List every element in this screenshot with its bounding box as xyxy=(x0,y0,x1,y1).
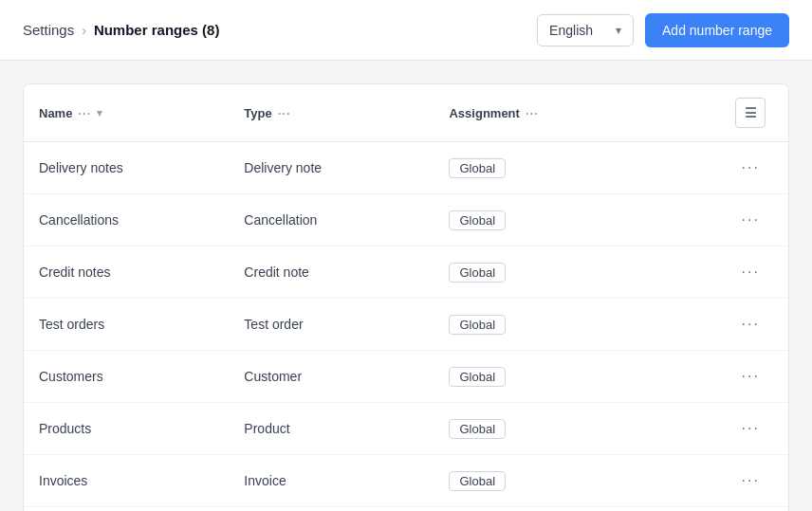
table-row[interactable]: Invoices Invoice Global ··· xyxy=(24,455,788,507)
row-assignment: Global xyxy=(434,142,712,194)
column-name-options-icon: ··· xyxy=(78,106,91,120)
row-name: Products xyxy=(24,403,229,455)
row-assignment: Global xyxy=(434,351,712,403)
row-actions: ··· xyxy=(712,299,788,351)
assignment-badge: Global xyxy=(449,471,506,491)
breadcrumb-settings[interactable]: Settings xyxy=(23,22,74,38)
assignment-badge: Global xyxy=(449,210,506,230)
row-actions: ··· xyxy=(712,142,788,194)
row-actions: ··· xyxy=(712,455,788,507)
column-header-assignment[interactable]: Assignment ··· xyxy=(434,84,712,142)
table-row[interactable]: Cancellations Cancellation Global ··· xyxy=(24,194,788,246)
assignment-badge: Global xyxy=(449,263,506,283)
row-assignment: Global xyxy=(434,299,712,351)
language-selector[interactable]: English ▾ xyxy=(537,14,634,46)
breadcrumb-chevron-icon: › xyxy=(82,23,86,38)
column-name-label: Name xyxy=(39,106,72,120)
column-header-type[interactable]: Type ··· xyxy=(229,84,434,142)
row-type: Customer xyxy=(229,351,434,403)
row-name: Test orders xyxy=(24,299,229,351)
column-assignment-options-icon: ··· xyxy=(526,106,539,120)
row-name: Cancellations xyxy=(24,194,229,246)
row-type: Cancellation xyxy=(229,194,434,246)
add-number-range-button[interactable]: Add number range xyxy=(645,13,789,47)
assignment-badge: Global xyxy=(449,315,506,335)
chevron-down-icon: ▾ xyxy=(616,24,621,37)
row-type: Delivery note xyxy=(229,142,434,194)
row-assignment: Global xyxy=(434,507,712,512)
breadcrumb-current: Number ranges (8) xyxy=(94,22,220,38)
row-assignment: Global xyxy=(434,455,712,507)
table-row[interactable]: Products Product Global ··· xyxy=(24,403,788,455)
column-header-actions[interactable]: ☰ xyxy=(712,84,788,142)
row-type: Credit note xyxy=(229,246,434,299)
header-actions: English ▾ Add number range xyxy=(537,13,789,47)
column-type-options-icon: ··· xyxy=(278,106,291,120)
table-body: Delivery notes Delivery note Global ··· … xyxy=(24,142,788,512)
number-ranges-table-container: Name ··· ▾ Type ··· Assignment xyxy=(23,83,789,511)
column-name-sort-icon: ▾ xyxy=(97,107,102,119)
row-name: Delivery notes xyxy=(24,142,229,194)
assignment-badge: Global xyxy=(449,158,506,178)
table-row[interactable]: Orders Order Global ··· xyxy=(24,507,788,512)
column-header-name[interactable]: Name ··· ▾ xyxy=(24,84,229,142)
row-actions: ··· xyxy=(712,194,788,246)
row-type: Invoice xyxy=(229,455,434,507)
row-type: Test order xyxy=(229,299,434,351)
table-row[interactable]: Test orders Test order Global ··· xyxy=(24,299,788,351)
row-menu-button[interactable]: ··· xyxy=(728,416,773,441)
breadcrumb: Settings › Number ranges (8) xyxy=(23,22,219,38)
assignment-badge: Global xyxy=(449,419,506,439)
row-name: Customers xyxy=(24,351,229,403)
row-assignment: Global xyxy=(434,194,712,246)
row-menu-button[interactable]: ··· xyxy=(728,260,773,284)
lines-icon: ☰ xyxy=(745,105,757,120)
row-actions: ··· xyxy=(712,507,788,512)
table-row[interactable]: Credit notes Credit note Global ··· xyxy=(24,246,788,299)
column-assignment-label: Assignment xyxy=(449,106,519,120)
table-header-row: Name ··· ▾ Type ··· Assignment xyxy=(24,84,788,142)
row-menu-button[interactable]: ··· xyxy=(728,208,773,232)
row-type: Product xyxy=(229,403,434,455)
number-ranges-table: Name ··· ▾ Type ··· Assignment xyxy=(24,84,788,511)
row-name: Invoices xyxy=(24,455,229,507)
language-value: English xyxy=(549,23,593,38)
row-assignment: Global xyxy=(434,246,712,299)
column-type-label: Type xyxy=(244,106,271,120)
table-row[interactable]: Customers Customer Global ··· xyxy=(24,351,788,403)
row-menu-button[interactable]: ··· xyxy=(728,468,773,493)
row-menu-button[interactable]: ··· xyxy=(728,312,773,337)
row-assignment: Global xyxy=(434,403,712,455)
assignment-badge: Global xyxy=(449,367,506,387)
row-type: Order xyxy=(229,507,434,512)
row-menu-button[interactable]: ··· xyxy=(728,155,773,180)
main-content: Name ··· ▾ Type ··· Assignment xyxy=(0,61,812,511)
row-actions: ··· xyxy=(712,351,788,403)
column-visibility-button[interactable]: ☰ xyxy=(735,98,766,128)
row-actions: ··· xyxy=(712,246,788,299)
page-header: Settings › Number ranges (8) English ▾ A… xyxy=(0,0,812,61)
row-menu-button[interactable]: ··· xyxy=(728,364,773,389)
row-actions: ··· xyxy=(712,403,788,455)
row-name: Credit notes xyxy=(24,246,229,299)
row-name: Orders xyxy=(24,507,229,512)
table-row[interactable]: Delivery notes Delivery note Global ··· xyxy=(24,142,788,194)
